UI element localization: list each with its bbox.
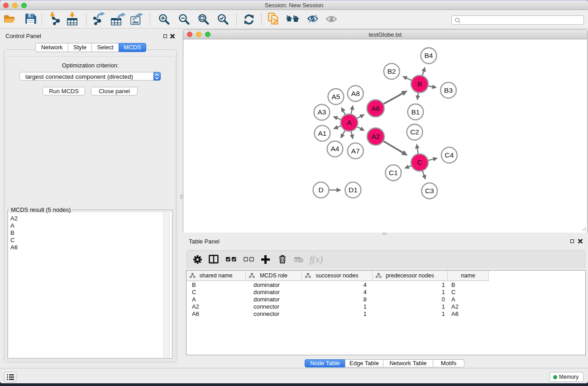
svg-text:C3: C3	[425, 187, 434, 195]
svg-text:D: D	[318, 186, 323, 194]
svg-text:B: B	[417, 80, 422, 88]
svg-text:A1: A1	[318, 129, 327, 137]
svg-text:A5: A5	[332, 93, 340, 100]
svg-text:A6: A6	[371, 105, 380, 112]
svg-text:B4: B4	[425, 52, 433, 59]
svg-text:B2: B2	[387, 67, 396, 75]
svg-text:C4: C4	[445, 151, 454, 159]
svg-text:A8: A8	[351, 90, 360, 97]
svg-text:A2: A2	[372, 133, 380, 140]
svg-text:B3: B3	[444, 86, 453, 94]
svg-text:A4: A4	[331, 145, 339, 152]
svg-text:D1: D1	[349, 186, 358, 194]
svg-text:C: C	[417, 158, 422, 166]
svg-text:C1: C1	[389, 169, 398, 176]
svg-text:A: A	[347, 119, 352, 126]
svg-text:A7: A7	[351, 147, 360, 155]
svg-text:C2: C2	[410, 128, 419, 136]
svg-text:A3: A3	[318, 108, 326, 116]
svg-text:B1: B1	[411, 108, 420, 116]
